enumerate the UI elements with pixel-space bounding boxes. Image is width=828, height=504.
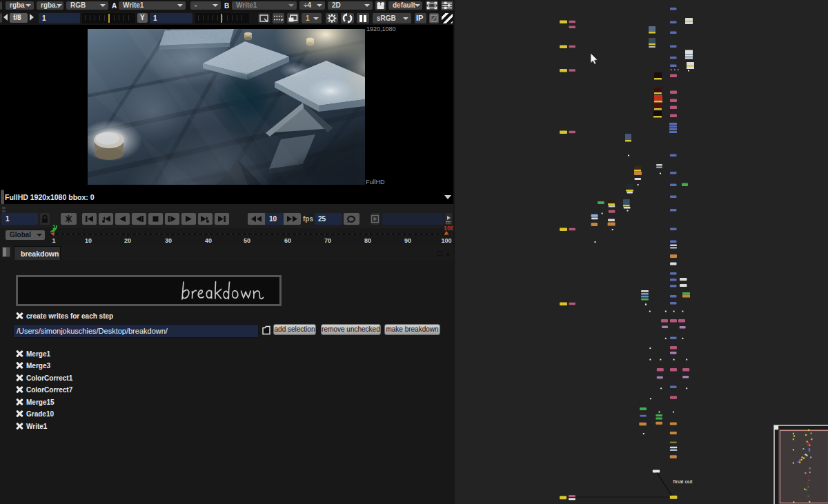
svg-text:final out: final out [673,478,693,485]
